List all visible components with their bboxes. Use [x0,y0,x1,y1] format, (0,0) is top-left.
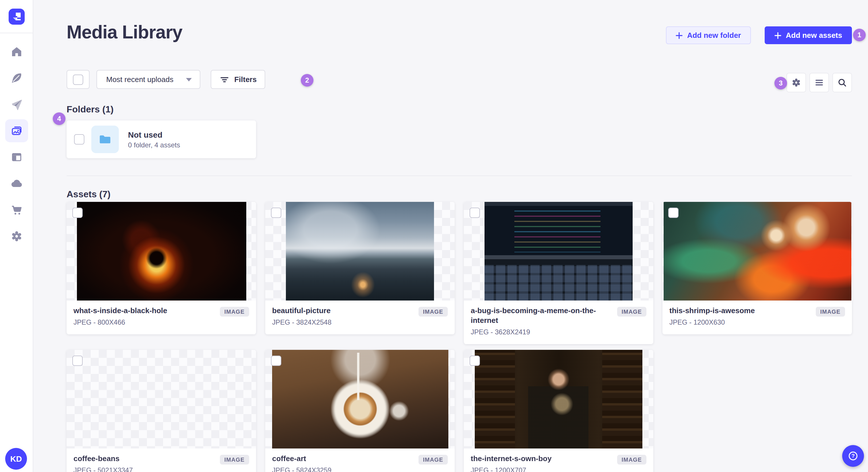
asset-info: beautiful-picture JPEG - 3824X2548 IMAGE [265,301,455,334]
feather-icon [9,71,23,85]
user-avatar[interactable]: KD [5,448,27,470]
list-icon [814,77,825,88]
annotation-badge-4: 4 [53,112,65,125]
laptop-code-image [485,202,632,301]
asset-type-badge: IMAGE [617,307,646,316]
strapi-logo-icon [8,8,24,24]
filters-label: Filters [234,75,257,84]
add-new-assets-button[interactable]: Add new assets [764,26,852,44]
asset-checkbox[interactable] [271,208,281,218]
add-new-folder-label: Add new folder [687,31,741,40]
asset-type-badge: IMAGE [418,307,448,316]
asset-type-badge: IMAGE [418,455,448,465]
asset-thumbnail [265,350,455,448]
asset-card[interactable]: coffee-art JPEG - 5824X3259 IMAGE [265,350,455,472]
gear-icon [9,229,23,243]
sidebar-item-settings[interactable] [5,225,28,248]
sidebar-nav [0,33,33,251]
filter-icon [219,74,229,85]
plus-icon [774,32,781,39]
asset-checkbox[interactable] [668,208,679,218]
search-button[interactable] [832,73,852,92]
black-hole-image [76,202,246,301]
coffee-art-image [272,350,448,448]
home-icon [9,45,23,59]
asset-meta: JPEG - 5824X3259 [272,466,332,472]
library-boy-image [475,350,642,448]
asset-checkbox[interactable] [271,356,281,366]
asset-title: the-internet-s-own-boy [471,454,552,464]
sidebar-item-media-library[interactable] [5,119,28,142]
asset-type-badge: IMAGE [220,455,249,465]
asset-info: coffee-beans JPEG - 5021X3347 IMAGE [67,448,256,472]
sort-dropdown-value: Most recent uploads [106,75,174,84]
asset-thumbnail [662,202,852,301]
add-new-assets-label: Add new assets [786,31,842,40]
media-library-page: KD Media Library Add new folder Add new … [0,0,868,472]
folder-checkbox[interactable] [74,134,84,144]
shrimp-image [663,202,851,301]
asset-checkbox[interactable] [470,208,480,218]
help-button[interactable]: ? [842,445,864,467]
asset-card[interactable]: a-bug-is-becoming-a-meme-on-the-internet… [464,202,653,344]
asset-card[interactable]: the-internet-s-own-boy JPEG - 1200X707 I… [464,350,653,472]
annotation-badge-1: 1 [853,29,866,41]
folders-heading: Folders (1) [67,104,114,115]
asset-info: coffee-art JPEG - 5824X3259 IMAGE [265,448,455,472]
asset-title: beautiful-picture [272,306,332,316]
asset-title: a-bug-is-becoming-a-meme-on-the-internet [471,306,603,326]
strapi-logo[interactable] [8,8,24,24]
select-all-checkbox[interactable] [73,74,83,85]
asset-thumbnail [464,350,653,448]
grid-settings-button[interactable] [786,73,806,92]
select-all-button[interactable] [67,70,90,89]
header-actions: Add new folder Add new assets [666,26,852,44]
asset-title: what-s-inside-a-black-hole [73,306,167,316]
asset-thumbnail [464,202,653,301]
sidebar: KD [0,0,33,472]
asset-meta: JPEG - 3628X2419 [471,328,603,336]
asset-card[interactable]: this-shrimp-is-awesome JPEG - 1200X630 I… [662,202,852,334]
folder-card[interactable]: Not used 0 folder, 4 assets [67,121,256,158]
logo-section [0,0,33,33]
toolbar: Most recent uploads Filters [67,70,265,89]
asset-info: this-shrimp-is-awesome JPEG - 1200X630 I… [662,301,852,334]
annotation-badge-3: 3 [774,77,787,90]
asset-title: coffee-art [272,454,332,464]
asset-type-badge: IMAGE [617,455,646,465]
coffee-beans-image [87,350,236,448]
sidebar-item-releases[interactable] [5,93,28,116]
asset-info: what-s-inside-a-black-hole JPEG - 800X46… [67,301,256,334]
folder-texts: Not used 0 folder, 4 assets [128,130,180,149]
cloud-icon [9,177,23,191]
asset-card[interactable]: beautiful-picture JPEG - 3824X2548 IMAGE [265,202,455,334]
asset-meta: JPEG - 3824X2548 [272,318,332,326]
asset-checkbox[interactable] [72,208,83,218]
sort-dropdown[interactable]: Most recent uploads [96,70,200,89]
media-library-icon [9,124,23,138]
mountains-image [286,202,434,301]
annotation-badge-2: 2 [301,74,313,87]
filters-button[interactable]: Filters [211,70,265,89]
sidebar-item-home[interactable] [5,40,28,63]
asset-title: coffee-beans [73,454,133,464]
asset-type-badge: IMAGE [815,307,845,316]
asset-checkbox[interactable] [72,356,83,366]
view-controls [786,73,852,92]
sidebar-item-content-manager[interactable] [5,67,28,90]
sidebar-item-content-type-builder[interactable] [5,146,28,169]
asset-type-badge: IMAGE [220,307,249,316]
asset-checkbox[interactable] [470,356,480,366]
add-new-folder-button[interactable]: Add new folder [666,26,751,44]
asset-meta: JPEG - 5021X3347 [73,466,133,472]
plus-icon [676,32,683,39]
sidebar-item-marketplace[interactable] [5,198,28,222]
folder-name: Not used [128,130,180,139]
list-view-button[interactable] [809,73,829,92]
asset-card[interactable]: what-s-inside-a-black-hole JPEG - 800X46… [67,202,256,334]
asset-thumbnail [265,202,455,301]
svg-text:?: ? [851,453,855,459]
asset-card[interactable]: coffee-beans JPEG - 5021X3347 IMAGE [67,350,256,472]
sidebar-item-cloud[interactable] [5,172,28,195]
asset-info: the-internet-s-own-boy JPEG - 1200X707 I… [464,448,653,472]
